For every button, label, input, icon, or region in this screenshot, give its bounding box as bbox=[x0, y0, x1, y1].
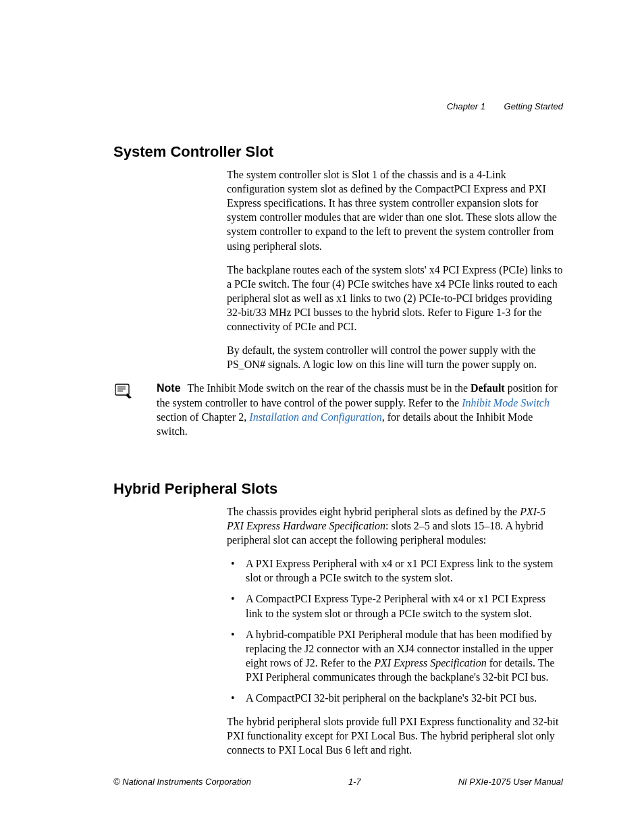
footer-copyright: © National Instruments Corporation bbox=[113, 777, 251, 787]
chapter-label: Chapter 1 bbox=[447, 101, 485, 111]
heading-hybrid-peripheral-slots: Hybrid Peripheral Slots bbox=[113, 480, 563, 498]
link-inhibit-mode-switch[interactable]: Inhibit Mode Switch bbox=[462, 397, 549, 409]
paragraph: The chassis provides eight hybrid periph… bbox=[227, 504, 563, 547]
note-block: NoteThe Inhibit Mode switch on the rear … bbox=[113, 381, 563, 438]
list-item: A hybrid-compatible PXI Peripheral modul… bbox=[227, 627, 563, 684]
body-hybrid: The chassis provides eight hybrid periph… bbox=[227, 504, 563, 758]
body-system-controller: The system controller slot is Slot 1 of … bbox=[227, 167, 563, 371]
paragraph: By default, the system controller will c… bbox=[227, 343, 563, 371]
note-icon bbox=[113, 381, 157, 400]
note-text: NoteThe Inhibit Mode switch on the rear … bbox=[157, 381, 563, 438]
note-text-fragment: section of Chapter 2, bbox=[157, 411, 249, 423]
chapter-title: Getting Started bbox=[504, 101, 563, 111]
heading-system-controller-slot: System Controller Slot bbox=[113, 143, 563, 161]
list-item: A CompactPCI Express Type-2 Peripheral w… bbox=[227, 592, 563, 620]
paragraph: The hybrid peripheral slots provide full… bbox=[227, 714, 563, 757]
list-item: A PXI Express Peripheral with x4 or x1 P… bbox=[227, 556, 563, 585]
note-text-fragment: The Inhibit Mode switch on the rear of t… bbox=[188, 382, 471, 394]
italic-spec-title: PXI Express Specification bbox=[374, 657, 486, 669]
list-item: A CompactPCI 32-bit peripheral on the ba… bbox=[227, 691, 563, 705]
note-bold-default: Default bbox=[471, 382, 505, 394]
bullet-list: A PXI Express Peripheral with x4 or x1 P… bbox=[227, 556, 563, 705]
footer-page-number: 1-7 bbox=[348, 777, 361, 787]
link-installation-and-configuration[interactable]: Installation and Configuration bbox=[249, 411, 381, 423]
page-footer: © National Instruments Corporation 1-7 N… bbox=[113, 777, 563, 787]
running-header: Chapter 1 Getting Started bbox=[447, 101, 563, 111]
note-label: Note bbox=[157, 382, 181, 394]
paragraph: The system controller slot is Slot 1 of … bbox=[227, 167, 563, 253]
text-fragment: The chassis provides eight hybrid periph… bbox=[227, 506, 520, 517]
paragraph: The backplane routes each of the system … bbox=[227, 263, 563, 334]
page: Chapter 1 Getting Started System Control… bbox=[0, 0, 644, 834]
footer-manual-title: NI PXIe-1075 User Manual bbox=[458, 777, 563, 787]
